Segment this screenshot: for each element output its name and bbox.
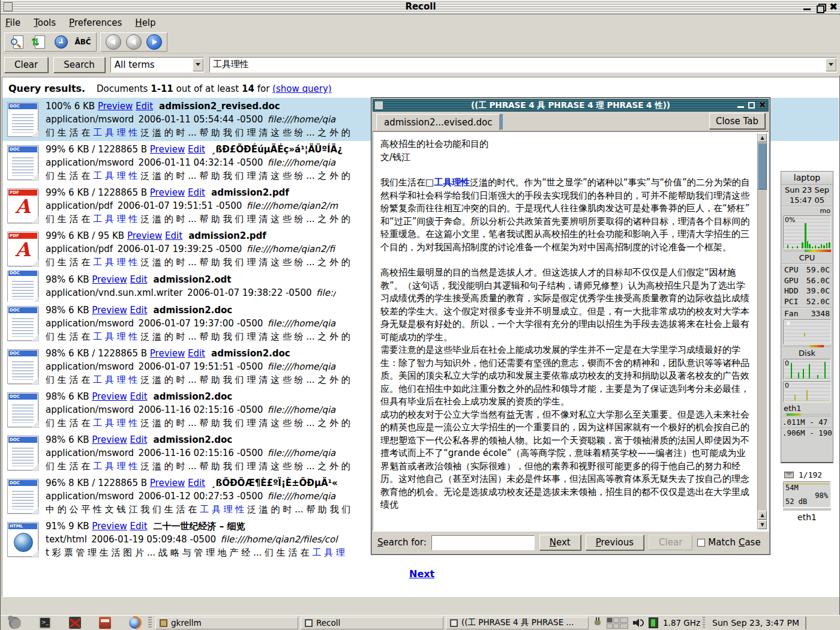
preview-link[interactable]: Preview — [98, 101, 133, 112]
restore-icon[interactable] — [815, 2, 825, 12]
preview-next-button[interactable]: Next — [539, 535, 581, 550]
menu-tools[interactable]: Tools — [34, 17, 56, 28]
menu-help[interactable]: Help — [135, 17, 155, 28]
preview-link[interactable]: Preview — [92, 391, 127, 402]
previous-page-button[interactable] — [126, 34, 142, 50]
gnome-menu-icon[interactable] — [9, 617, 21, 629]
firefox-icon[interactable] — [129, 617, 141, 629]
mail-row[interactable]: 1/192 — [781, 469, 833, 481]
wifi-krell — [783, 508, 831, 511]
task-button[interactable]: gkrellm — [155, 617, 298, 629]
preview-maximize-icon[interactable] — [748, 101, 755, 109]
next-results-link[interactable]: Next — [409, 568, 434, 580]
search-mode-select[interactable]: All terms — [110, 57, 204, 73]
history-dropdown-icon[interactable] — [826, 58, 836, 71]
scrollbar-thumb[interactable] — [758, 143, 767, 190]
wifi-quality: 98% — [815, 491, 828, 500]
result-size: 6 KB — [68, 305, 92, 316]
match-case-checkbox[interactable]: Match Case — [697, 537, 760, 548]
task-button[interactable]: Recoll — [301, 617, 443, 629]
taskbar-clock[interactable]: Sun Sep 23, 3:47 PM — [707, 618, 805, 628]
scroll-down-icon[interactable]: ▼ — [758, 520, 767, 529]
term-explorer-button[interactable]: ÅBĈ — [74, 34, 91, 50]
preview-link[interactable]: Preview — [127, 230, 162, 241]
disk1-label: 0 — [785, 359, 789, 367]
preview-link[interactable]: Preview — [150, 348, 185, 359]
gkrellm-hostname: laptop — [781, 172, 833, 185]
menu-file[interactable]: File — [5, 17, 20, 28]
power-plug-icon[interactable] — [595, 617, 602, 628]
volume-icon[interactable] — [633, 618, 644, 628]
preview-link[interactable]: Preview — [150, 187, 185, 198]
keyboard-disabled-icon[interactable] — [69, 617, 81, 629]
wifi-signal: 52 dB — [785, 497, 807, 506]
preview-text[interactable]: 高校招生的社会功能和目的文/钱江我们生活在□工具理性泛滥的时代。作为“世之显学”… — [374, 133, 757, 529]
edit-link[interactable]: Edit — [188, 144, 205, 155]
cpu-frequency-icon[interactable] — [649, 617, 658, 628]
preview-titlebar[interactable]: ((工 PHRASE 4 具 PHRASE 4 理 PHRASE 4 性)) ✖ — [373, 99, 769, 112]
checkbox-icon[interactable] — [697, 539, 705, 547]
pdf-glyph-icon: A — [8, 238, 38, 261]
result-filename: 二十一世纪经济 – 细览 — [154, 521, 245, 532]
first-page-button[interactable] — [106, 34, 121, 50]
edit-link[interactable]: Edit — [188, 478, 205, 488]
next-page-button[interactable] — [146, 34, 162, 50]
task-button[interactable]: ((工 PHRASE 4 具 PHRASE ... — [446, 617, 589, 629]
net-rx-row: .011M - 47 — [781, 416, 833, 427]
search-button[interactable]: Search — [53, 57, 105, 73]
preview-link[interactable]: Preview — [92, 434, 127, 445]
terminal-icon[interactable]: >_ — [39, 617, 51, 629]
preview-tab[interactable]: admission2...evised.doc — [376, 114, 500, 131]
clock-handle[interactable] — [703, 617, 705, 629]
sort-by-date-button[interactable] — [53, 34, 70, 50]
menu-preferences[interactable]: Preferences — [69, 17, 122, 28]
edit-link[interactable]: Edit — [136, 101, 153, 112]
edit-link[interactable]: Edit — [130, 305, 148, 316]
preview-scrollbar[interactable]: ▲ ▲ ▼ — [757, 133, 767, 529]
workspace-pager[interactable] — [607, 617, 628, 629]
edit-link[interactable]: Edit — [130, 391, 148, 402]
preview-link[interactable]: Preview — [150, 478, 185, 488]
minimize-icon[interactable] — [802, 2, 812, 12]
preview-link[interactable]: Preview — [92, 305, 127, 316]
scroll-up-icon[interactable]: ▲ — [758, 133, 767, 142]
preview-minimize-icon[interactable] — [737, 101, 745, 109]
edit-link[interactable]: Edit — [188, 348, 205, 359]
gkrellm-panel[interactable]: laptop Sun 23 Sep 15:47 05 mo 0% CPU — [781, 171, 833, 463]
preview-search-input[interactable] — [431, 535, 535, 550]
show-query-link[interactable]: (show query) — [272, 83, 332, 94]
close-icon[interactable]: ✖ — [829, 2, 838, 12]
search-input[interactable] — [210, 58, 826, 71]
doc-file-icon: DOC — [7, 436, 38, 470]
result-filename: admission2.doc — [211, 348, 290, 359]
edit-link[interactable]: Edit — [130, 434, 148, 445]
tasklist-handle[interactable] — [148, 617, 152, 629]
edit-link[interactable]: Edit — [188, 187, 205, 198]
result-relevance: 99% — [46, 230, 68, 241]
preview-link[interactable]: Preview — [92, 521, 127, 532]
edit-link[interactable]: Edit — [130, 274, 148, 285]
temp-row: GPU56.0C — [784, 275, 830, 286]
show-query-details-button[interactable] — [10, 34, 26, 50]
edit-link[interactable]: Edit — [165, 230, 182, 241]
result-snippet: 们 生 活 在 工 具 理 性 泛 滥 的 时 ... 帮 助 我 们 理 清 … — [46, 169, 350, 182]
clear-button[interactable]: Clear — [4, 57, 48, 73]
highlighted-term: 工 具 理 性 — [93, 461, 137, 472]
window-icon — [305, 619, 313, 627]
disk1-chart: 0 — [783, 359, 831, 380]
sort-parameters-button[interactable]: ⇅ — [31, 34, 48, 50]
edit-link[interactable]: Edit — [130, 521, 148, 532]
preview-previous-button[interactable]: Previous — [586, 535, 644, 550]
highlighted-term: 工 具 理 性 — [93, 374, 137, 385]
close-tab-button[interactable]: Close Tab — [709, 113, 765, 129]
preview-clear-button[interactable]: Clear — [649, 535, 692, 550]
preview-link[interactable]: Preview — [150, 144, 185, 155]
window-title: Recoll — [1, 1, 840, 12]
chevron-down-icon[interactable] — [193, 58, 203, 71]
menubar: FileToolsPreferencesHelp — [1, 15, 840, 31]
preview-link[interactable]: Preview — [92, 274, 127, 285]
scroll-up2-icon[interactable]: ▲ — [758, 511, 767, 520]
preview-close-icon[interactable]: ✖ — [758, 101, 766, 109]
typewriter-icon[interactable] — [99, 617, 111, 629]
recoll-window-titlebar[interactable]: Recoll ✖ — [1, 0, 840, 14]
